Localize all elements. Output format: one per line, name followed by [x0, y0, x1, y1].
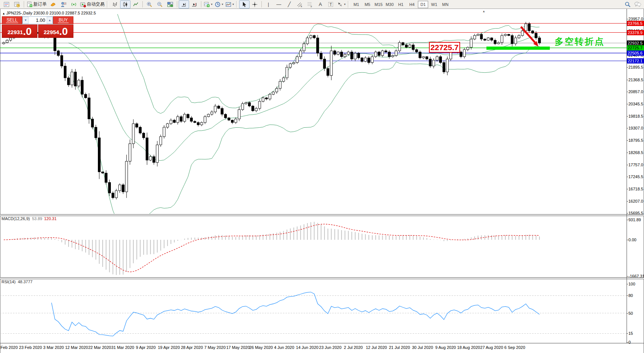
price-axis-tick: 19818.5 [628, 114, 643, 118]
volume-increase-button[interactable]: ▲ [47, 17, 53, 24]
channel-icon-svg: E [297, 1, 303, 7]
macd-histogram [4, 222, 539, 275]
text-tool-icon[interactable]: A [315, 0, 326, 9]
line-chart-icon[interactable] [131, 0, 141, 9]
price-badge: 22505.6 [627, 50, 644, 56]
timeframe-group: M1M5M15M30H1H4D1W1MN [351, 1, 451, 8]
date-axis-label: 23 Jun 2020 [319, 345, 342, 350]
trendline-tool-icon[interactable]: ╱ [284, 0, 294, 9]
price-flag-annotation[interactable]: 22725.7 [429, 42, 460, 53]
timeframe-h1[interactable]: H1 [396, 1, 406, 8]
market-watch-icon[interactable] [1, 0, 12, 9]
timeframe-m15[interactable]: M15 [373, 1, 384, 8]
time-axis-border [0, 343, 644, 343]
channel-tool-icon[interactable]: E [294, 0, 305, 9]
note-text-annotation[interactable]: 多空转折点 [555, 36, 605, 48]
timeframe-m1[interactable]: M1 [351, 1, 361, 8]
tile-windows-icon[interactable] [165, 0, 175, 9]
chat-icon[interactable] [634, 1, 641, 7]
date-axis-label: 21 Jul 2020 [389, 345, 410, 350]
timeframe-h4[interactable]: H4 [407, 1, 417, 8]
timeframe-m30[interactable]: M30 [384, 1, 395, 8]
bar-chart-icon[interactable] [110, 0, 120, 9]
buy-price-int: 22954 [44, 27, 59, 37]
crosshair-tool-icon[interactable] [250, 0, 260, 9]
community-icon[interactable] [58, 0, 69, 9]
date-axis-label: 3 Feb 2020 [0, 345, 18, 350]
autotrading-button[interactable]: 自动交易 [79, 0, 106, 9]
trendline-glyph: ╱ [288, 2, 291, 7]
date-axis-label: 19 Apr 2020 [158, 345, 180, 350]
chart-shift-icon[interactable] [189, 0, 199, 9]
periods-dropdown-arrow: ▾ [222, 3, 223, 6]
rsi-axis-tick: 100 [628, 282, 635, 286]
horizontal-line-tool-icon[interactable]: — [274, 0, 284, 9]
metaeditor-icon[interactable] [48, 0, 58, 9]
date-axis-label: 7 May 2020 [204, 345, 225, 350]
rsi-axis-tick: 80 [628, 293, 633, 298]
date-axis-label: 14 Jun 2020 [296, 345, 318, 350]
chart-canvas[interactable] [0, 0, 644, 353]
price-axis-tick: 17245.5 [628, 174, 643, 179]
one-click-trading-panel: SELL ▼ 1.00 ▲ BUY 22931 .0 22954 .0 [2, 16, 73, 38]
macd-axis-tick: 0.00 [628, 238, 636, 242]
chart-scroll-marker: ▲ [482, 10, 485, 13]
date-axis-label: 30 Jul 2020 [412, 345, 433, 350]
horizontal-line-glyph: — [277, 2, 281, 7]
rsi-axis-tick: 50 [628, 311, 633, 316]
toolbar-right [625, 1, 641, 7]
price-axis-tick: 15695.5 [628, 211, 643, 215]
date-axis-label: 12 Jul 2020 [366, 345, 387, 350]
auto-scroll-icon[interactable] [179, 0, 189, 9]
arrows-tool-icon[interactable]: ▾ [336, 0, 347, 9]
zoom-out-icon[interactable] [155, 0, 165, 9]
price-axis-tick: 20345.5 [628, 102, 643, 106]
templates-button[interactable]: ▾ [224, 0, 235, 9]
sell-price-display[interactable]: 22931 .0 [2, 24, 37, 38]
rsi-pane-separator[interactable] [0, 277, 644, 279]
chart-shift-icon-svg [191, 1, 197, 7]
candlestick-chart-icon[interactable] [120, 0, 131, 9]
buy-price-display[interactable]: 22954 .0 [38, 24, 74, 38]
templates-icon [225, 1, 231, 7]
price-axis-tick: 16718.5 [628, 187, 643, 191]
arrows-dropdown-arrow: ▾ [344, 3, 346, 6]
volume-decrease-button[interactable]: ▼ [23, 17, 29, 24]
macd-pane-separator[interactable] [0, 214, 644, 216]
buy-button[interactable]: BUY [53, 16, 73, 24]
vertical-line-tool-icon[interactable]: | [263, 0, 274, 9]
support-zone-bar[interactable] [486, 47, 550, 50]
price-axis-tick: 18795.5 [628, 138, 643, 143]
zoom-in-icon[interactable] [144, 0, 155, 9]
price-axis-tick: 21895.5 [628, 65, 643, 69]
price-badge: 23378.9 [627, 30, 644, 35]
market-watch-icon-svg [4, 1, 10, 7]
toolbar-grip [348, 1, 350, 7]
date-axis-label: 18 Aug 2020 [457, 345, 480, 350]
rsi-level-lines [0, 295, 627, 333]
crosshair-icon-svg [252, 1, 258, 7]
new-order-button[interactable]: 新订单 [26, 0, 48, 9]
search-icon[interactable] [625, 1, 631, 7]
text-label-icon-svg: T [328, 1, 334, 7]
toolbar-grip [236, 1, 238, 7]
fibonacci-tool-icon[interactable]: F [305, 0, 315, 9]
main-toolbar: 新订单 自动交易 [0, 0, 644, 9]
sell-button[interactable]: SELL [2, 16, 22, 24]
toolbar-separator [142, 1, 143, 7]
periods-button[interactable]: ▾ [214, 0, 224, 9]
timeframe-m5[interactable]: M5 [362, 1, 373, 8]
svg-text:T: T [330, 3, 332, 7]
timeframe-mn[interactable]: MN [440, 1, 450, 8]
signals-icon[interactable] [69, 0, 79, 9]
cursor-tool-icon[interactable] [239, 0, 250, 9]
timeframe-w1[interactable]: W1 [429, 1, 439, 8]
price-level-lines [0, 23, 627, 61]
data-window-icon[interactable] [12, 0, 22, 9]
text-label-tool-icon[interactable]: T [326, 0, 336, 9]
indicators-button[interactable]: ▾ [203, 0, 214, 9]
arrows-icon-svg [337, 1, 343, 7]
volume-value[interactable]: 1.00 [29, 17, 47, 24]
timeframe-d1[interactable]: D1 [418, 1, 428, 8]
candlestick-chart-icon-svg [122, 1, 128, 7]
